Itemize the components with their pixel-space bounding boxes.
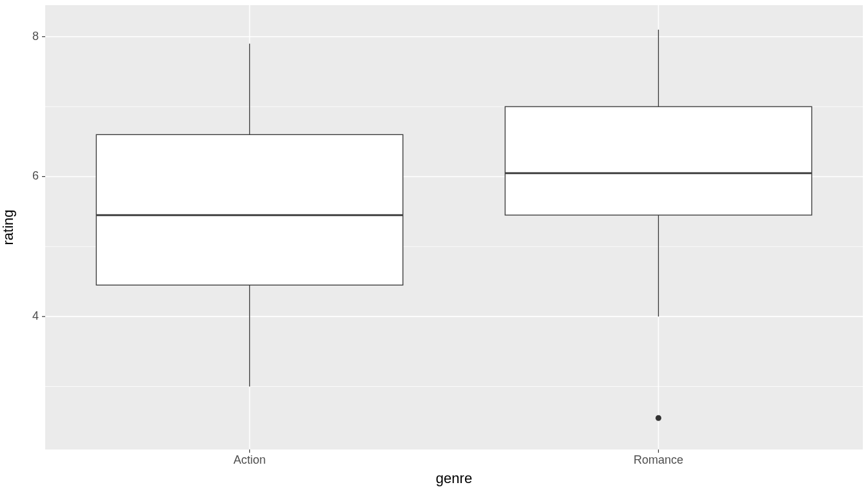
x-axis-title: genre bbox=[436, 470, 472, 486]
y-tick-label: 6 bbox=[32, 169, 39, 182]
y-tick-label: 4 bbox=[32, 309, 39, 322]
chart-svg: 468ActionRomancegenrerating bbox=[0, 0, 868, 496]
boxplot-chart: 468ActionRomancegenrerating bbox=[0, 0, 868, 496]
y-axis-title: rating bbox=[0, 209, 16, 245]
box bbox=[96, 134, 403, 285]
x-tick-label: Romance bbox=[634, 453, 683, 466]
x-tick-label: Action bbox=[233, 453, 265, 466]
box bbox=[505, 107, 812, 215]
y-tick-label: 8 bbox=[32, 30, 39, 43]
outlier-point bbox=[656, 415, 661, 421]
